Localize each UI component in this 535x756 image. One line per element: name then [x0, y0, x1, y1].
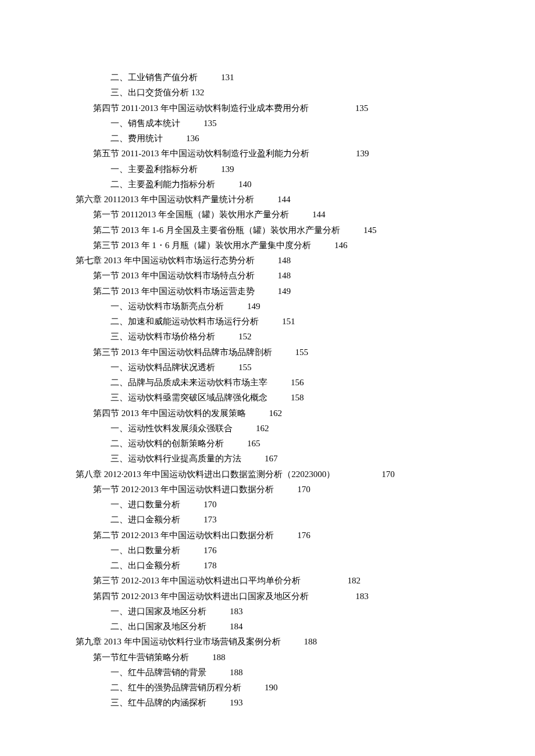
toc-title: 第二节 2013 年中国运动饮料市场运营走势 [93, 284, 255, 299]
toc-gap [255, 268, 278, 283]
toc-title: 一、运动饮料市场新亮点分析 [110, 299, 224, 314]
toc-title: 第一节 2013 年中国运动饮料市场特点分析 [93, 268, 255, 283]
toc-title: 第七章 2013 年中国运动饮料市场运行态势分析 [76, 253, 255, 268]
toc-entry: 第九章 2013 年中国运动饮料行业市场营销及案例分析188 [76, 634, 465, 649]
toc-gap [180, 512, 204, 527]
toc-title: 第六章 20112013 年中国运动饮料产量统计分析 [76, 192, 254, 207]
toc-gap [335, 467, 381, 482]
toc-gap [180, 497, 204, 512]
toc-gap [340, 223, 363, 238]
toc-entry: 第七章 2013 年中国运动饮料市场运行态势分析148 [76, 253, 465, 268]
toc-page: 162 [269, 406, 283, 421]
toc-page: 188 [230, 665, 243, 680]
toc-title: 第五节 2011-2013 年中国运动饮料制造行业盈利能力分析 [93, 146, 309, 161]
toc-entry: 第二节 2012·2013 年中国运动饮料出口数据分析176 [76, 528, 465, 543]
toc-page: 155 [238, 360, 252, 375]
toc-gap [255, 253, 278, 268]
toc-title: 三、红牛品牌的内涵探析 [110, 695, 206, 710]
toc-gap [309, 101, 355, 116]
toc-entry: 三、运动饮料市场价格分析152 [76, 329, 465, 344]
toc-entry: 一、进口国家及地区分析183 [76, 604, 465, 619]
toc-gap [198, 162, 221, 177]
toc-entry: 第五节 2011-2013 年中国运动饮料制造行业盈利能力分析139 [76, 146, 465, 161]
toc-gap [180, 116, 204, 131]
toc-title: 第三节 2012-2013 年中国运动饮料进出口平均单价分析 [93, 573, 301, 588]
toc-entry: 一、运动性饮料发展须众强联合162 [76, 421, 465, 436]
toc-page: 135 [204, 116, 217, 131]
toc-entry: 第六章 20112013 年中国运动饮料产量统计分析144 [76, 192, 465, 207]
toc-title: 第二节 2012·2013 年中国运动饮料出口数据分析 [93, 528, 274, 543]
toc-page: 148 [278, 268, 291, 283]
toc-gap [206, 695, 230, 710]
toc-gap [272, 345, 295, 360]
toc-page: 149 [247, 299, 261, 314]
toc-title: 一、销售成本统计 [110, 116, 180, 131]
toc-page: 176 [204, 543, 217, 558]
toc-gap [198, 70, 221, 85]
toc-gap [254, 192, 277, 207]
toc-page: 170 [297, 482, 311, 497]
toc-gap [163, 131, 186, 146]
toc-entry: 第三节 2012-2013 年中国运动饮料进出口平均单价分析182 [76, 573, 465, 588]
toc-entry: 一、主要盈利指标分析139 [76, 162, 465, 177]
toc-title: 二、运动饮料的创新策略分析 [110, 436, 224, 451]
toc-gap [268, 390, 291, 405]
toc-gap [301, 573, 348, 588]
toc-title: 第四节 2012·2013 年中国运动饮料进出口国家及地区分析 [93, 589, 309, 604]
toc-page: 165 [247, 436, 261, 451]
toc-page: 190 [265, 680, 278, 695]
toc-gap [180, 558, 204, 573]
toc-entry: 二、红牛的强势品牌营销历程分析190 [76, 680, 465, 695]
toc-entry: 三、红牛品牌的内涵探析193 [76, 695, 465, 710]
toc-entry: 第三节 2013 年中国运动饮料品牌市场品牌剖析155 [76, 345, 465, 360]
toc-title: 第三节 2013 年 1・6 月瓶（罐）装饮用水产量集中度分析 [93, 238, 311, 253]
toc-title: 二、出口金额分析 [110, 558, 180, 573]
toc-page: 170 [204, 497, 217, 512]
toc-entry: 一、出口数量分析176 [76, 543, 465, 558]
toc-page: 145 [363, 223, 377, 238]
toc-title: 二、费用统计 [110, 131, 163, 146]
toc-gap [246, 406, 269, 421]
toc-entry: 二、费用统计136 [76, 131, 465, 146]
toc-gap [224, 299, 247, 314]
toc-title: 一、出口数量分析 [110, 543, 180, 558]
toc-title: 一、运动性饮料发展须众强联合 [110, 421, 233, 436]
toc-title: 第一节 20112013 年全国瓶（罐）装饮用水产量分析 [93, 207, 289, 222]
toc-title: 第二节 2013 年 1-6 月全国及主要省份瓶（罐）装饮用水产量分析 [93, 223, 340, 238]
toc-entry: 一、运动饮料品牌状况透析155 [76, 360, 465, 375]
toc-gap [206, 604, 230, 619]
toc-entry: 二、运动饮料的创新策略分析165 [76, 436, 465, 451]
toc-page: 135 [355, 101, 369, 116]
toc-gap [274, 528, 297, 543]
toc-entry: 第四节 2012·2013 年中国运动饮料进出口国家及地区分析183 [76, 589, 465, 604]
toc-gap [224, 436, 247, 451]
toc-page: 193 [230, 695, 243, 710]
toc-title: 三、运动饮料行业提高质量的方法 [110, 451, 241, 466]
toc-title: 第四节 2011·2013 年中国运动饮料制造行业成本费用分析 [93, 101, 309, 116]
toc-gap [309, 589, 355, 604]
toc-page: 139 [356, 146, 369, 161]
toc-title: 第一节 2012·2013 年中国运动饮料进口数据分析 [93, 482, 274, 497]
table-of-contents: 二、工业销售产值分析131三、出口交货值分析 132第四节 2011·2013 … [76, 70, 465, 711]
toc-gap [241, 451, 265, 466]
toc-gap [215, 177, 238, 192]
toc-entry: 二、加速和威能运动饮料市场运行分析151 [76, 314, 465, 329]
toc-entry: 第二节 2013 年 1-6 月全国及主要省份瓶（罐）装饮用水产量分析145 [76, 223, 465, 238]
toc-entry: 二、出口金额分析178 [76, 558, 465, 573]
toc-title: 一、进口国家及地区分析 [110, 604, 206, 619]
toc-entry: 一、运动饮料市场新亮点分析149 [76, 299, 465, 314]
toc-gap [206, 665, 230, 680]
toc-title: 二、工业销售产值分析 [110, 70, 198, 85]
toc-page: 183 [230, 604, 243, 619]
toc-title: 二、加速和威能运动饮料市场运行分析 [110, 314, 259, 329]
toc-page: 152 [238, 329, 252, 344]
toc-entry: 二、品牌与品质成未来运动饮料市场主宰156 [76, 375, 465, 390]
toc-page: 139 [221, 162, 234, 177]
toc-gap [233, 421, 256, 436]
toc-page: 131 [221, 70, 234, 85]
toc-gap [180, 543, 204, 558]
toc-title: 第九章 2013 年中国运动饮料行业市场营销及案例分析 [76, 634, 281, 649]
toc-title: 三、运动饮料亟需突破区域品牌强化概念 [110, 390, 268, 405]
toc-gap [215, 329, 238, 344]
toc-entry: 第一节 2012·2013 年中国运动饮料进口数据分析170 [76, 482, 465, 497]
